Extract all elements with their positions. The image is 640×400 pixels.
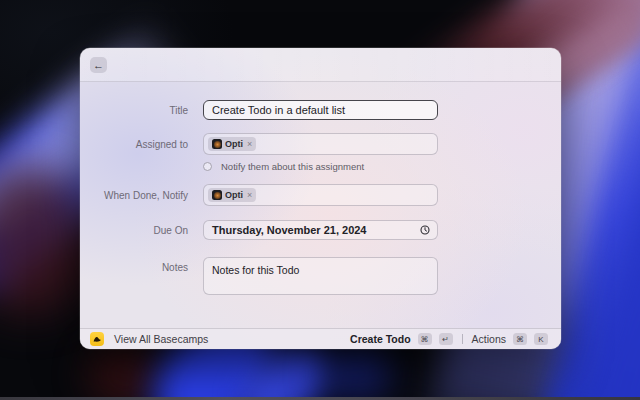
notify-label[interactable]: Notify them about this assignment — [221, 161, 364, 172]
assignee-name: Opti — [225, 139, 243, 149]
notify-avatar — [212, 190, 222, 200]
title-label: Title — [80, 105, 188, 116]
k-key-icon: K — [534, 333, 548, 345]
wallpaper-streak — [318, 348, 393, 398]
footer-divider — [462, 334, 463, 344]
title-row: Title — [80, 100, 561, 120]
view-all-basecamps[interactable]: View All Basecamps — [114, 333, 208, 345]
screen: ← Title Assigned to Opti × — [0, 0, 640, 400]
notify-checkbox[interactable] — [203, 162, 212, 171]
when-done-notify-row: When Done, Notify Opti × — [80, 184, 561, 206]
clock-icon[interactable] — [420, 225, 430, 235]
command-key-icon: ⌘ — [513, 333, 527, 345]
assigned-to-label: Assigned to — [80, 139, 188, 150]
remove-tag-icon[interactable]: × — [247, 139, 252, 149]
notes-row: Notes Notes for this Todo — [80, 257, 561, 299]
window-footer: View All Basecamps Create Todo ⌘ ↵ Actio… — [80, 328, 561, 349]
due-on-row: Due On Thursday, November 21, 2024 — [80, 220, 561, 240]
notes-label: Notes — [80, 257, 188, 273]
due-on-value: Thursday, November 21, 2024 — [212, 224, 366, 236]
assignee-avatar — [212, 139, 222, 149]
title-input[interactable] — [203, 100, 438, 120]
when-done-notify-field[interactable]: Opti × — [203, 184, 438, 206]
basecamp-icon[interactable] — [90, 332, 104, 346]
command-key-icon: ⌘ — [418, 333, 432, 345]
when-done-notify-label: When Done, Notify — [80, 190, 188, 201]
window-header: ← — [80, 48, 561, 82]
assignee-tag[interactable]: Opti × — [208, 137, 256, 151]
notify-row: Notify them about this assignment — [203, 162, 561, 171]
return-key-icon: ↵ — [439, 333, 453, 345]
actions-button[interactable]: Actions — [472, 333, 506, 345]
form: Title Assigned to Opti × — [80, 82, 561, 299]
due-on-field[interactable]: Thursday, November 21, 2024 — [203, 220, 438, 240]
wallpaper-streak — [88, 342, 163, 400]
notify-name: Opti — [225, 190, 243, 200]
notes-input[interactable]: Notes for this Todo — [203, 257, 438, 295]
back-arrow-icon: ← — [93, 59, 104, 71]
back-button[interactable]: ← — [90, 57, 107, 73]
create-todo-window: ← Title Assigned to Opti × — [80, 48, 561, 349]
remove-tag-icon[interactable]: × — [247, 190, 252, 200]
assigned-to-row: Assigned to Opti × — [80, 133, 561, 155]
notify-tag[interactable]: Opti × — [208, 188, 256, 202]
assigned-to-field[interactable]: Opti × — [203, 133, 438, 155]
due-on-label: Due On — [80, 225, 188, 236]
create-todo-button[interactable]: Create Todo — [350, 333, 410, 345]
